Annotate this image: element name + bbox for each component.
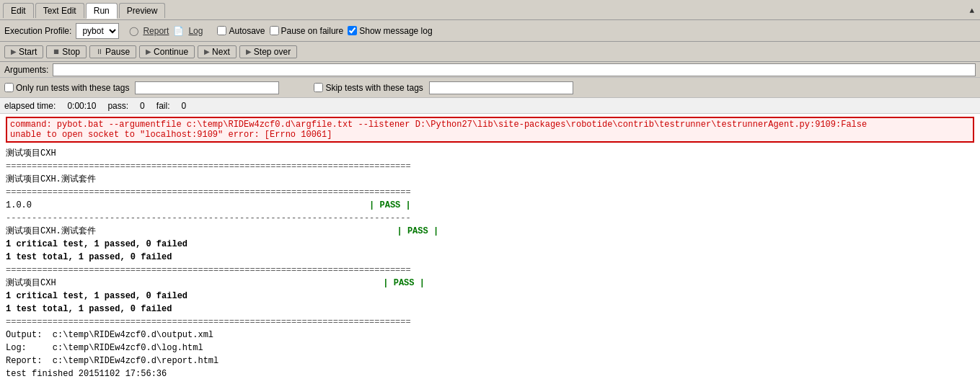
tab-bar: Edit Text Edit Run Preview ▲ [0, 0, 980, 20]
step-over-icon: ▶ [246, 48, 252, 55]
output-line: test finished 20151102 17:56:36 [6, 367, 974, 380]
output-line: 测试项目CXH.测试套件 [6, 173, 974, 186]
status-row: elapsed time: 0:00:10 pass: 0 fail: 0 [0, 98, 980, 114]
skip-tags-input[interactable] [429, 81, 573, 94]
pause-icon: ⏸ [96, 48, 103, 55]
autosave-checkbox[interactable] [217, 26, 226, 35]
log-button[interactable]: Log [188, 26, 203, 36]
output-line: 1 test total, 1 passed, 0 failed [6, 303, 974, 316]
elapsed-label: elapsed time: [4, 101, 56, 111]
exec-row: Execution Profile: pybot ◯ Report 📄 Log … [0, 20, 980, 42]
arguments-label: Arguments: [4, 65, 48, 75]
pause-button[interactable]: ⏸ Pause [89, 45, 136, 58]
output-line: 测试项目CXH [6, 147, 974, 160]
autosave-label[interactable]: Autosave [217, 26, 265, 36]
output-line: 1 critical test, 1 passed, 0 failed [6, 238, 974, 251]
pass-value: 0 [140, 101, 145, 111]
output-line: 1.0.0 | PASS | [6, 199, 974, 212]
arguments-input[interactable] [53, 63, 976, 76]
exec-profile-label: Execution Profile: [4, 26, 71, 36]
start-icon: ▶ [11, 48, 17, 55]
elapsed-value: 0:00:10 [67, 101, 96, 111]
continue-icon: ▶ [146, 48, 151, 55]
skip-label[interactable]: Skip tests with these tags [314, 83, 423, 93]
tab-preview[interactable]: Preview [119, 3, 166, 18]
output-line: ----------------------------------------… [6, 212, 974, 225]
pass-label: pass: [107, 101, 128, 111]
output-line: Output: c:\temp\RIDEw4zcf0.d\output.xml [6, 329, 974, 341]
stop-button[interactable]: ⏹ Stop [46, 45, 87, 58]
output-line: ========================================… [6, 264, 974, 277]
output-text: 测试项目CXH=================================… [6, 147, 974, 380]
tab-run[interactable]: Run [86, 3, 118, 19]
output-line: 1 critical test, 1 passed, 0 failed [6, 290, 974, 303]
exec-profile-select[interactable]: pybot [76, 23, 119, 39]
output-line: ========================================… [6, 160, 974, 173]
continue-button[interactable]: ▶ Continue [139, 45, 195, 58]
pause-on-failure-label[interactable]: Pause on failure [270, 26, 344, 36]
tab-text-edit[interactable]: Text Edit [35, 3, 84, 18]
tab-bar-collapse[interactable]: ▲ [969, 6, 977, 15]
output-line: 测试项目CXH.测试套件 | PASS | [6, 225, 974, 238]
output-line: ========================================… [6, 186, 974, 199]
main-content: Execution Profile: pybot ◯ Report 📄 Log … [0, 20, 980, 384]
toolbar-row: ▶ Start ⏹ Stop ⏸ Pause ▶ Continue ▶ Next… [0, 42, 980, 62]
output-line: 1 test total, 1 passed, 0 failed [6, 251, 974, 264]
show-message-log-label[interactable]: Show message log [348, 26, 432, 36]
next-icon: ▶ [204, 48, 210, 55]
tags-row: Only run tests with these tags Skip test… [0, 78, 980, 98]
stop-icon: ⏹ [53, 48, 60, 55]
error-box: command: pybot.bat --argumentfile c:\tem… [6, 117, 974, 143]
skip-checkbox[interactable] [314, 83, 323, 92]
output-line: Report: c:\temp\RIDEw4zcf0.d\report.html [6, 354, 974, 367]
tab-edit[interactable]: Edit [3, 3, 34, 18]
fail-value: 0 [181, 101, 186, 111]
only-run-label[interactable]: Only run tests with these tags [4, 83, 129, 93]
arguments-row: Arguments: [0, 62, 980, 78]
report-button[interactable]: Report [143, 26, 169, 36]
pause-on-failure-checkbox[interactable] [270, 26, 279, 35]
only-run-tags-input[interactable] [135, 81, 279, 94]
step-over-button[interactable]: ▶ Step over [239, 45, 297, 58]
output-line: ========================================… [6, 316, 974, 329]
fail-label: fail: [156, 101, 170, 111]
start-button[interactable]: ▶ Start [4, 45, 43, 58]
output-line: 测试项目CXH | PASS | [6, 277, 974, 290]
next-button[interactable]: ▶ Next [198, 45, 237, 58]
only-run-checkbox[interactable] [4, 83, 14, 92]
show-message-log-checkbox[interactable] [348, 26, 357, 35]
output-container[interactable]: command: pybot.bat --argumentfile c:\tem… [0, 114, 980, 384]
output-line: Log: c:\temp\RIDEw4zcf0.d\log.html [6, 341, 974, 354]
